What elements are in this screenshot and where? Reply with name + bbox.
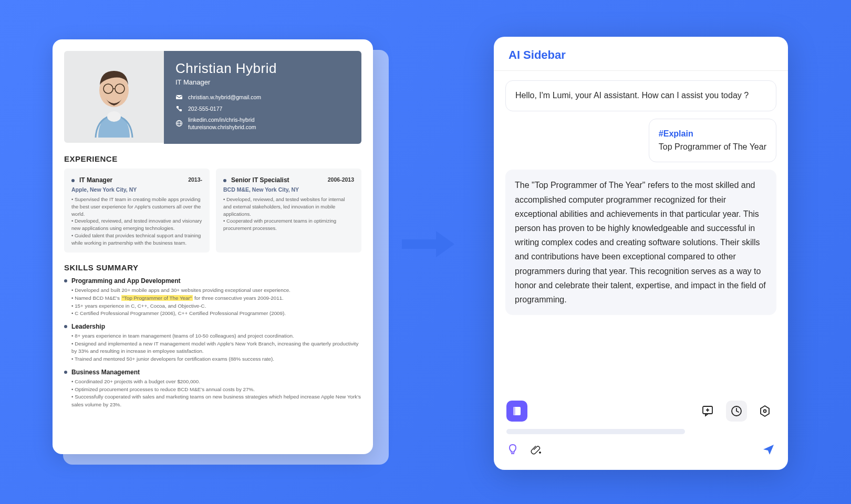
skill-bullet: Coordinated 20+ projects with a budget o… bbox=[71, 378, 361, 386]
skill-title: Leadership bbox=[71, 323, 105, 330]
skill-bullet: Successfully cooperated with sales and m… bbox=[71, 393, 361, 408]
svg-rect-11 bbox=[513, 407, 515, 415]
resume-document: Christian Hybrid IT Manager christian.w.… bbox=[53, 39, 373, 454]
user-message-text: Top Programmer of The Year bbox=[659, 142, 766, 151]
hint-icon[interactable] bbox=[506, 443, 519, 458]
skill-bullet: 8+ years experience in team management (… bbox=[71, 332, 361, 340]
skill-bullet: • Named BCD M&E's "Top Programmer of The… bbox=[71, 295, 361, 302]
exp-bullet: Developed, reviewed, and tested websites… bbox=[223, 196, 354, 217]
skill-bullet: 15+ years experience in C, C++, Cocoa, a… bbox=[71, 302, 361, 310]
experience-card: IT Manager 2013- Apple, New York City, N… bbox=[64, 169, 210, 253]
svg-point-0 bbox=[107, 111, 121, 122]
send-button[interactable] bbox=[762, 443, 775, 458]
skill-title: Programming and App Development bbox=[71, 277, 181, 285]
resume-title: IT Manager bbox=[175, 78, 350, 86]
resume-phone: 202-555-0177 bbox=[188, 106, 222, 112]
exp-period: 2013- bbox=[188, 176, 202, 183]
exp-role: Senior IT Specialist bbox=[231, 176, 289, 184]
attachment-icon[interactable] bbox=[530, 443, 542, 458]
resume-name: Christian Hybrid bbox=[175, 60, 350, 77]
arrow-icon bbox=[399, 220, 457, 270]
globe-icon bbox=[175, 120, 183, 127]
experience-heading: EXPERIENCE bbox=[64, 154, 361, 163]
skill-title: Business Management bbox=[71, 369, 140, 376]
highlighted-text: "Top Programmer of The Year" bbox=[121, 295, 193, 301]
assistant-response: The "Top Programmer of The Year" refers … bbox=[505, 170, 776, 315]
experience-card: Senior IT Specialist 2006-2013 BCD M&E, … bbox=[216, 169, 361, 253]
explain-tag: #Explain bbox=[659, 129, 693, 138]
skill-bullet: Designed and implemented a new IT manage… bbox=[71, 340, 361, 355]
email-icon bbox=[175, 93, 183, 101]
sidebar-title: AI Sidebar bbox=[508, 48, 773, 62]
exp-period: 2006-2013 bbox=[328, 176, 354, 183]
skills-heading: SKILLS SUMMARY bbox=[64, 263, 361, 272]
svg-marker-16 bbox=[761, 406, 769, 416]
svg-rect-9 bbox=[402, 239, 436, 249]
exp-bullet: Supervised the IT team in creating mobil… bbox=[71, 196, 202, 217]
history-button[interactable] bbox=[726, 401, 747, 422]
svg-rect-5 bbox=[176, 95, 182, 99]
notebook-button[interactable] bbox=[506, 401, 527, 422]
add-chat-button[interactable] bbox=[698, 401, 719, 422]
assistant-greeting: Hello, I'm Lumi, your AI assistant. How … bbox=[505, 80, 776, 111]
skill-bullet: C Certified Professional Programmer (200… bbox=[71, 310, 361, 318]
exp-company: BCD M&E, New York City, NY bbox=[223, 186, 354, 193]
settings-button[interactable] bbox=[754, 401, 775, 422]
resume-website: futureisnow.chrishybrid.com bbox=[188, 124, 256, 130]
exp-bullet: Developed, reviewed, and tested innovati… bbox=[71, 217, 202, 232]
ai-sidebar-panel: AI Sidebar Hello, I'm Lumi, your AI assi… bbox=[494, 37, 788, 470]
exp-company: Apple, New York City, NY bbox=[71, 186, 202, 193]
resume-email: christian.w.hybrid@gmail.com bbox=[188, 94, 261, 100]
skill-bullet: Optimized procurement processes to reduc… bbox=[71, 386, 361, 394]
skill-bullet: Trained and mentored 50+ junior develope… bbox=[71, 355, 361, 363]
profile-photo bbox=[64, 51, 164, 143]
input-placeholder-bar[interactable] bbox=[506, 429, 685, 434]
svg-point-17 bbox=[764, 410, 766, 413]
user-message: #Explain Top Programmer of The Year bbox=[649, 119, 776, 163]
resume-linkedin: linkedin.com/in/chris-hybrid bbox=[188, 117, 256, 123]
phone-icon bbox=[175, 105, 183, 112]
exp-bullet: Guided talent that provides technical su… bbox=[71, 232, 202, 247]
exp-bullet: Cooperated with procurement teams in opt… bbox=[223, 217, 354, 232]
exp-role: IT Manager bbox=[79, 176, 112, 184]
skill-bullet: Developed and built 20+ mobile apps and … bbox=[71, 287, 361, 295]
